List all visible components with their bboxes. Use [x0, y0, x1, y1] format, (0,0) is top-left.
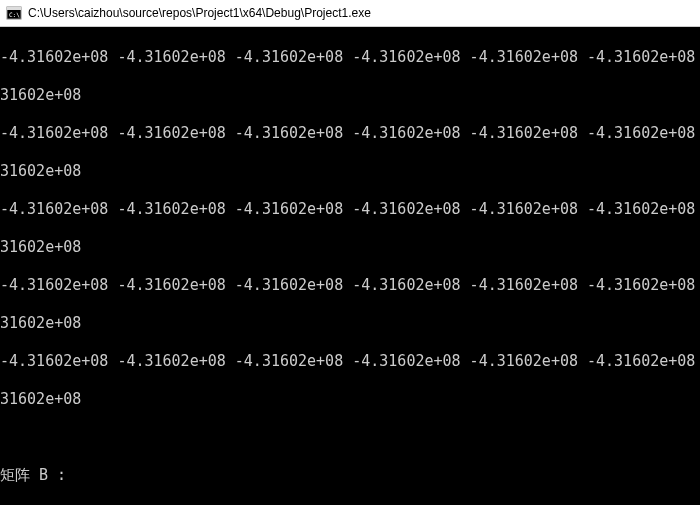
matrix-a-row: -4.31602e+08 -4.31602e+08 -4.31602e+08 -…	[0, 200, 700, 219]
svg-text:C:\: C:\	[9, 11, 20, 18]
blank-line	[0, 428, 700, 447]
svg-rect-1	[7, 7, 21, 10]
matrix-a-row: -4.31602e+08 -4.31602e+08 -4.31602e+08 -…	[0, 48, 700, 67]
console-output[interactable]: -4.31602e+08 -4.31602e+08 -4.31602e+08 -…	[0, 27, 700, 505]
matrix-a-row: 31602e+08	[0, 86, 700, 105]
matrix-a-row: 31602e+08	[0, 390, 700, 409]
matrix-a-row: 31602e+08	[0, 238, 700, 257]
window-title: C:\Users\caizhou\source\repos\Project1\x…	[28, 6, 371, 20]
matrix-b-header: 矩阵 B :	[0, 466, 700, 485]
matrix-a-row: -4.31602e+08 -4.31602e+08 -4.31602e+08 -…	[0, 124, 700, 143]
matrix-a-row: 31602e+08	[0, 162, 700, 181]
window-titlebar[interactable]: C:\ C:\Users\caizhou\source\repos\Projec…	[0, 0, 700, 27]
matrix-a-row: 31602e+08	[0, 314, 700, 333]
matrix-a-row: -4.31602e+08 -4.31602e+08 -4.31602e+08 -…	[0, 352, 700, 371]
app-icon: C:\	[6, 5, 22, 21]
matrix-a-row: -4.31602e+08 -4.31602e+08 -4.31602e+08 -…	[0, 276, 700, 295]
